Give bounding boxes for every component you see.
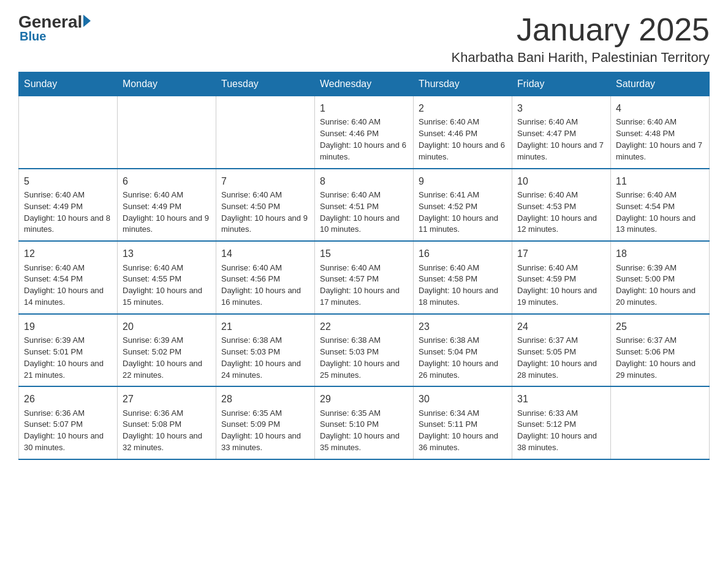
page-header: General Blue January 2025 Kharbatha Bani… <box>18 12 710 66</box>
day-number: 2 <box>419 101 507 115</box>
day-number: 9 <box>419 174 507 188</box>
day-number: 23 <box>419 320 507 334</box>
calendar-cell: 30Sunrise: 6:34 AM Sunset: 5:11 PM Dayli… <box>414 386 512 459</box>
day-number: 5 <box>24 174 112 188</box>
calendar-cell: 28Sunrise: 6:35 AM Sunset: 5:09 PM Dayli… <box>216 386 315 459</box>
day-info: Sunrise: 6:40 AM Sunset: 4:54 PM Dayligh… <box>24 262 112 308</box>
day-number: 10 <box>517 174 605 188</box>
calendar-cell: 3Sunrise: 6:40 AM Sunset: 4:47 PM Daylig… <box>512 96 611 169</box>
day-number: 16 <box>419 247 507 261</box>
calendar-cell <box>216 96 315 169</box>
day-info: Sunrise: 6:41 AM Sunset: 4:52 PM Dayligh… <box>419 190 507 236</box>
calendar-cell: 7Sunrise: 6:40 AM Sunset: 4:50 PM Daylig… <box>216 169 315 242</box>
calendar-cell: 16Sunrise: 6:40 AM Sunset: 4:58 PM Dayli… <box>414 241 512 314</box>
day-header-thursday: Thursday <box>414 72 512 96</box>
calendar-cell: 11Sunrise: 6:40 AM Sunset: 4:54 PM Dayli… <box>611 169 710 242</box>
day-number: 27 <box>123 392 211 406</box>
calendar-cell: 23Sunrise: 6:38 AM Sunset: 5:04 PM Dayli… <box>414 314 512 387</box>
calendar-cell: 26Sunrise: 6:36 AM Sunset: 5:07 PM Dayli… <box>19 386 118 459</box>
day-info: Sunrise: 6:33 AM Sunset: 5:12 PM Dayligh… <box>517 408 605 454</box>
day-number: 19 <box>24 320 112 334</box>
day-info: Sunrise: 6:40 AM Sunset: 4:49 PM Dayligh… <box>24 190 112 236</box>
calendar-cell <box>19 96 118 169</box>
calendar-cell: 25Sunrise: 6:37 AM Sunset: 5:06 PM Dayli… <box>611 314 710 387</box>
calendar-cell: 27Sunrise: 6:36 AM Sunset: 5:08 PM Dayli… <box>118 386 216 459</box>
calendar-cell: 17Sunrise: 6:40 AM Sunset: 4:59 PM Dayli… <box>512 241 611 314</box>
day-number: 22 <box>320 320 408 334</box>
day-info: Sunrise: 6:36 AM Sunset: 5:08 PM Dayligh… <box>123 408 211 454</box>
calendar-cell: 4Sunrise: 6:40 AM Sunset: 4:48 PM Daylig… <box>611 96 710 169</box>
day-number: 20 <box>123 320 211 334</box>
week-row-3: 19Sunrise: 6:39 AM Sunset: 5:01 PM Dayli… <box>19 314 710 387</box>
day-info: Sunrise: 6:40 AM Sunset: 4:58 PM Dayligh… <box>419 262 507 308</box>
day-number: 13 <box>123 247 211 261</box>
calendar-cell: 1Sunrise: 6:40 AM Sunset: 4:46 PM Daylig… <box>315 96 414 169</box>
day-info: Sunrise: 6:39 AM Sunset: 5:01 PM Dayligh… <box>24 335 112 381</box>
day-number: 17 <box>517 247 605 261</box>
day-info: Sunrise: 6:38 AM Sunset: 5:04 PM Dayligh… <box>419 335 507 381</box>
day-info: Sunrise: 6:40 AM Sunset: 4:51 PM Dayligh… <box>320 190 408 236</box>
day-number: 15 <box>320 247 408 261</box>
day-info: Sunrise: 6:40 AM Sunset: 4:57 PM Dayligh… <box>320 262 408 308</box>
day-header-friday: Friday <box>512 72 611 96</box>
week-row-0: 1Sunrise: 6:40 AM Sunset: 4:46 PM Daylig… <box>19 96 710 169</box>
day-info: Sunrise: 6:40 AM Sunset: 4:56 PM Dayligh… <box>221 262 309 308</box>
week-row-4: 26Sunrise: 6:36 AM Sunset: 5:07 PM Dayli… <box>19 386 710 459</box>
day-number: 18 <box>616 247 704 261</box>
day-info: Sunrise: 6:37 AM Sunset: 5:06 PM Dayligh… <box>616 335 704 381</box>
day-number: 31 <box>517 392 605 406</box>
day-info: Sunrise: 6:37 AM Sunset: 5:05 PM Dayligh… <box>517 335 605 381</box>
calendar-body: 1Sunrise: 6:40 AM Sunset: 4:46 PM Daylig… <box>19 96 710 459</box>
day-number: 8 <box>320 174 408 188</box>
calendar-cell: 21Sunrise: 6:38 AM Sunset: 5:03 PM Dayli… <box>216 314 315 387</box>
day-info: Sunrise: 6:36 AM Sunset: 5:07 PM Dayligh… <box>24 408 112 454</box>
day-number: 25 <box>616 320 704 334</box>
calendar-cell: 29Sunrise: 6:35 AM Sunset: 5:10 PM Dayli… <box>315 386 414 459</box>
day-info: Sunrise: 6:38 AM Sunset: 5:03 PM Dayligh… <box>221 335 309 381</box>
calendar-cell: 22Sunrise: 6:38 AM Sunset: 5:03 PM Dayli… <box>315 314 414 387</box>
day-headers-row: SundayMondayTuesdayWednesdayThursdayFrid… <box>19 72 710 96</box>
day-info: Sunrise: 6:35 AM Sunset: 5:10 PM Dayligh… <box>320 408 408 454</box>
logo: General Blue <box>18 12 91 44</box>
calendar-table: SundayMondayTuesdayWednesdayThursdayFrid… <box>18 72 710 460</box>
calendar-cell: 15Sunrise: 6:40 AM Sunset: 4:57 PM Dayli… <box>315 241 414 314</box>
calendar-cell: 9Sunrise: 6:41 AM Sunset: 4:52 PM Daylig… <box>414 169 512 242</box>
day-number: 24 <box>517 320 605 334</box>
day-info: Sunrise: 6:40 AM Sunset: 4:49 PM Dayligh… <box>123 190 211 236</box>
calendar-cell: 14Sunrise: 6:40 AM Sunset: 4:56 PM Dayli… <box>216 241 315 314</box>
title-area: January 2025 Kharbatha Bani Harith, Pale… <box>452 12 710 66</box>
calendar-cell: 13Sunrise: 6:40 AM Sunset: 4:55 PM Dayli… <box>118 241 216 314</box>
day-header-monday: Monday <box>118 72 216 96</box>
calendar-cell: 31Sunrise: 6:33 AM Sunset: 5:12 PM Dayli… <box>512 386 611 459</box>
day-info: Sunrise: 6:40 AM Sunset: 4:48 PM Dayligh… <box>616 117 704 163</box>
calendar-cell: 5Sunrise: 6:40 AM Sunset: 4:49 PM Daylig… <box>19 169 118 242</box>
day-info: Sunrise: 6:40 AM Sunset: 4:53 PM Dayligh… <box>517 190 605 236</box>
day-number: 28 <box>221 392 309 406</box>
week-row-1: 5Sunrise: 6:40 AM Sunset: 4:49 PM Daylig… <box>19 169 710 242</box>
calendar-cell <box>118 96 216 169</box>
day-number: 4 <box>616 101 704 115</box>
day-header-tuesday: Tuesday <box>216 72 315 96</box>
day-info: Sunrise: 6:40 AM Sunset: 4:47 PM Dayligh… <box>517 117 605 163</box>
day-info: Sunrise: 6:38 AM Sunset: 5:03 PM Dayligh… <box>320 335 408 381</box>
month-title: January 2025 <box>452 12 710 47</box>
day-info: Sunrise: 6:40 AM Sunset: 4:50 PM Dayligh… <box>221 190 309 236</box>
location-title: Kharbatha Bani Harith, Palestinian Terri… <box>452 50 710 66</box>
day-number: 30 <box>419 392 507 406</box>
calendar-cell: 18Sunrise: 6:39 AM Sunset: 5:00 PM Dayli… <box>611 241 710 314</box>
logo-arrow-icon <box>83 15 91 27</box>
day-info: Sunrise: 6:39 AM Sunset: 5:02 PM Dayligh… <box>123 335 211 381</box>
day-info: Sunrise: 6:40 AM Sunset: 4:46 PM Dayligh… <box>419 117 507 163</box>
day-info: Sunrise: 6:35 AM Sunset: 5:09 PM Dayligh… <box>221 408 309 454</box>
calendar-cell: 2Sunrise: 6:40 AM Sunset: 4:46 PM Daylig… <box>414 96 512 169</box>
day-header-sunday: Sunday <box>19 72 118 96</box>
calendar-cell: 20Sunrise: 6:39 AM Sunset: 5:02 PM Dayli… <box>118 314 216 387</box>
calendar-cell: 10Sunrise: 6:40 AM Sunset: 4:53 PM Dayli… <box>512 169 611 242</box>
calendar-header: SundayMondayTuesdayWednesdayThursdayFrid… <box>19 72 710 96</box>
day-info: Sunrise: 6:39 AM Sunset: 5:00 PM Dayligh… <box>616 262 704 308</box>
day-info: Sunrise: 6:34 AM Sunset: 5:11 PM Dayligh… <box>419 408 507 454</box>
day-number: 26 <box>24 392 112 406</box>
calendar-cell: 6Sunrise: 6:40 AM Sunset: 4:49 PM Daylig… <box>118 169 216 242</box>
day-number: 1 <box>320 101 408 115</box>
day-number: 3 <box>517 101 605 115</box>
